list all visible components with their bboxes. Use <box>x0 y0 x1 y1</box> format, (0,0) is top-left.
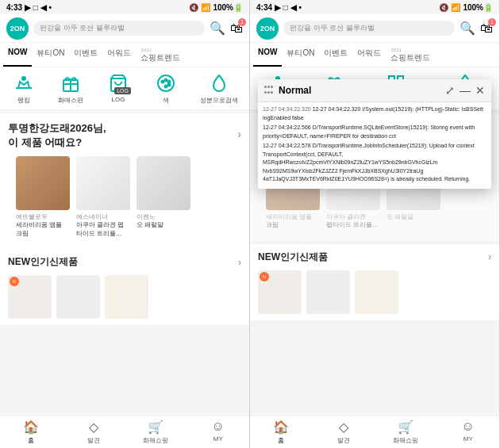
signal-icon-right: 🔇 <box>439 3 448 12</box>
tab-now-right[interactable]: NOW <box>253 43 282 67</box>
time-right: 4:34 <box>256 3 272 12</box>
product-brand-1-left: 에뜨블로우 <box>16 213 70 221</box>
product-item-1-left[interactable]: 에뜨블로우 세라비리움 앰플 크림 <box>16 156 70 238</box>
nav-home-right[interactable]: 🏠 홈 <box>250 419 313 445</box>
discover-icon-left: ◇ <box>89 419 98 435</box>
status-right-left: 🔇 📶 100%🔋 <box>189 3 243 12</box>
nav-my-right[interactable]: ☺ MY <box>437 419 500 445</box>
tab-beauty-on-right[interactable]: 뷰티ON <box>282 43 319 67</box>
product-img-1-left <box>16 156 70 210</box>
cat-color-left[interactable]: 색 <box>153 72 179 105</box>
new-products-header-right: NEW인기신제품 › <box>250 244 499 267</box>
tab-award-left[interactable]: 어워드 <box>102 43 136 67</box>
search-icon-left[interactable]: 🔍 <box>210 21 225 36</box>
drag-handle-icon[interactable] <box>264 86 274 95</box>
nav-my-left[interactable]: ☺ MY <box>187 419 250 445</box>
new-badge-1-right: N <box>260 272 269 281</box>
product-list-left: 에뜨블로우 세라비리움 앰플 크림 에스네이너 아쿠아 클라겐 펩타이드 트리플… <box>8 150 241 244</box>
cat-gift-left[interactable]: 화매스편 <box>58 72 83 105</box>
tab-event-left[interactable]: 이벤트 <box>69 43 102 67</box>
new-products-arrow-left[interactable]: › <box>238 257 241 268</box>
nav-home-left[interactable]: 🏠 홈 <box>0 419 63 445</box>
new-products-arrow-right[interactable]: › <box>488 251 491 262</box>
search-bar-right[interactable]: 편강을 아뚜 로션 블루라벨 <box>283 21 455 36</box>
battery-left: 100%🔋 <box>213 3 243 12</box>
log-dialog-content: 12-27 04:34:22.320 12-27 04:34:22.320 I/… <box>258 102 491 189</box>
promo-title-left: 투명한강도래2026님,이 제품 어때요? <box>8 121 241 150</box>
new-products-list-right: N <box>250 267 499 320</box>
search-bar-left[interactable]: 편강을 아뚜 로션 블루라벨 <box>33 21 205 36</box>
new-products-header-left: NEW인기신제품 › <box>0 249 249 272</box>
header-icons-right: 🔍 🛍 1 <box>460 21 493 36</box>
product-img-2-left <box>76 156 130 210</box>
log-line-3: 12-27 04:34:22.578 D/TransportRuntime.Jo… <box>263 142 487 184</box>
cat-ranking-left[interactable]: 랭킹 <box>11 72 37 105</box>
tab-award-right[interactable]: 어워드 <box>352 43 386 67</box>
category-icons-left: 랭킹 화매스편 LOG LOG 색 성분으로검색 <box>0 67 249 110</box>
nav-discover-right[interactable]: ◇ 발견 <box>313 419 375 445</box>
tab-now-left[interactable]: NOW <box>3 43 32 67</box>
product-item-2-left[interactable]: 에스네이너 아쿠아 클라겐 펩타이드 트리플... <box>76 156 130 238</box>
status-icons-right: ▶ □ ◀ • <box>275 3 302 12</box>
logo-right[interactable]: 2ON <box>256 17 279 40</box>
drop-icon-left <box>206 72 232 94</box>
new-product-2-right[interactable] <box>306 270 350 314</box>
svg-point-8 <box>164 86 167 88</box>
product-brand-2-left: 에스네이너 <box>76 213 130 221</box>
cart-badge-right: 1 <box>488 18 496 26</box>
bag-log-icon: LOG <box>106 72 131 94</box>
cart-icon-right[interactable]: 🛍 1 <box>480 21 493 36</box>
promo-section-left: › 투명한강도래2026님,이 제품 어때요? 에뜨블로우 세라비리움 앰플 크… <box>0 113 249 249</box>
new-product-img-1-left: N <box>8 275 52 319</box>
header-icons-left: 🔍 🛍 1 <box>210 21 243 36</box>
signal-icon: 🔇 <box>189 3 198 12</box>
nav-shop-left[interactable]: 🛒 화해쇼핑 <box>125 419 187 445</box>
right-phone-panel: 4:34 ▶ □ ◀ • 🔇 📶 100%🔋 2ON 편강을 아뚜 로션 블루라… <box>250 0 500 448</box>
tab-trend-left[interactable]: 2021 쇼핑트렌드 <box>136 43 183 67</box>
new-product-1-left[interactable]: N <box>8 275 52 319</box>
log-dialog: Normal ⤢ — ✕ 12-27 04:34:22.320 12-27 04… <box>258 79 491 189</box>
nav-discover-left[interactable]: ◇ 발견 <box>63 419 125 445</box>
crown-icon-left <box>11 72 37 94</box>
svg-point-4 <box>161 81 163 83</box>
log-line-2: 12-27 04:34:22.566 D/TransportRuntime.SQ… <box>263 124 487 140</box>
svg-point-6 <box>167 81 170 83</box>
expand-icon[interactable]: ⤢ <box>445 84 455 97</box>
shop-icon-left: 🛒 <box>148 419 163 435</box>
bottom-nav-left: 🏠 홈 ◇ 발견 🛒 화해쇼핑 ☺ MY <box>0 415 249 448</box>
app-header-left: 2ON 편강을 아뚜 로션 블루라벨 🔍 🛍 1 <box>0 14 249 43</box>
cat-ingredient-left[interactable]: 성분으로검색 <box>200 72 238 105</box>
product-brand-1-right: 세라비리움 앰플 <box>266 213 320 221</box>
cart-icon-left[interactable]: 🛍 1 <box>230 21 243 36</box>
new-product-3-left[interactable] <box>105 275 148 319</box>
status-bar-left: 4:33 ▶ □ ◀ • 🔇 📶 100%🔋 <box>0 0 249 14</box>
palette-icon-left <box>153 72 179 94</box>
new-product-2-left[interactable] <box>56 275 100 319</box>
product-item-3-left[interactable]: 이렌느 오 패럴말 <box>137 156 190 238</box>
battery-right: 100%🔋 <box>463 3 493 12</box>
time-left: 4:33 <box>6 3 22 12</box>
tab-beauty-on-left[interactable]: 뷰티ON <box>32 43 69 67</box>
promo-arrow-left[interactable]: › <box>237 128 241 140</box>
tab-event-right[interactable]: 이벤트 <box>319 43 352 67</box>
product-name-1-left: 세라비리움 앰플 크림 <box>16 221 70 238</box>
gift-icon-left <box>58 72 83 94</box>
log-text-3: 12-27 04:34:22.578 D/TransportRuntime.Jo… <box>263 143 475 182</box>
log-dialog-header: Normal ⤢ — ✕ <box>258 79 491 102</box>
new-product-img-2-left <box>56 275 100 319</box>
cat-log-left[interactable]: LOG LOG <box>106 72 131 105</box>
nav-shop-right[interactable]: 🛒 화해쇼핑 <box>375 419 437 445</box>
new-product-1-right[interactable]: N <box>258 270 302 314</box>
search-icon-right[interactable]: 🔍 <box>460 21 475 36</box>
tab-trend-right[interactable]: 2021 쇼핑트렌드 <box>386 43 433 67</box>
log-dialog-title: Normal <box>279 85 440 96</box>
new-products-title-right: NEW인기신제품 <box>258 251 328 264</box>
logo-left[interactable]: 2ON <box>6 17 29 40</box>
nav-tabs-right: NOW 뷰티ON 이벤트 어워드 2021 쇼핑트렌드 <box>250 43 499 67</box>
minimize-icon[interactable]: — <box>460 84 471 97</box>
my-icon-right: ☺ <box>462 419 475 434</box>
close-icon[interactable]: ✕ <box>475 84 485 97</box>
log-badge-left: LOG <box>114 87 131 94</box>
discover-icon-right: ◇ <box>339 419 348 435</box>
new-product-3-right[interactable] <box>355 270 398 314</box>
